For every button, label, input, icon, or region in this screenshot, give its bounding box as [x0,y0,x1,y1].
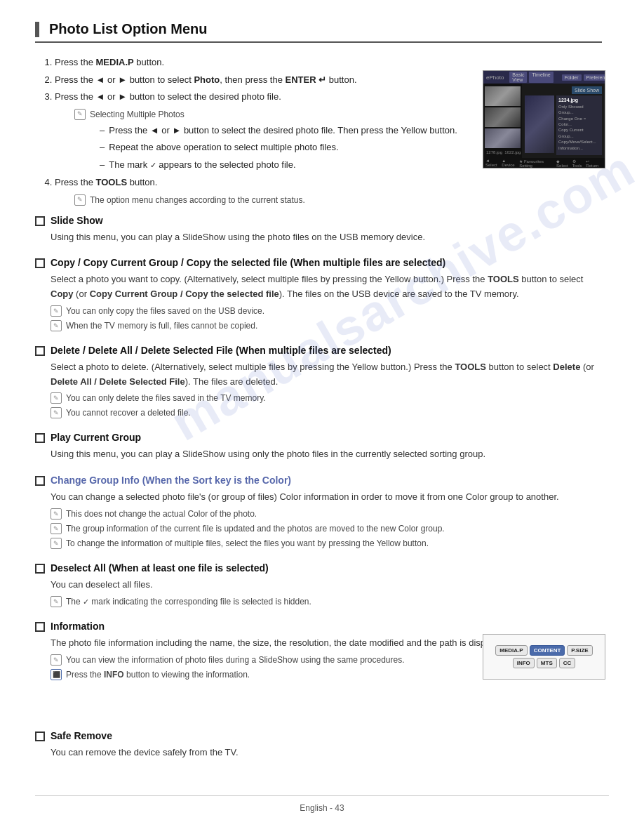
change-note-icon-3: ✎ [51,538,62,549]
copy-note-icon-2: ✎ [51,320,62,331]
delete-text: Select a photo to delete. (Alternatively… [51,360,602,390]
title-bar-decoration [35,22,39,37]
section-copy: Copy / Copy Current Group / Copy the sel… [35,257,602,332]
checkbox-icon-change [35,476,45,486]
change-note-icon-1: ✎ [51,508,62,519]
section-info-header: Information [35,621,602,632]
section-safe-title: Safe Remove [51,730,112,741]
delete-note-text-2: You cannot recover a deleted file. [66,406,191,419]
section-deselect-header: Deselect All (When at least one file is … [35,562,602,574]
step4-note-item: ✎ The option menu changes according to t… [74,194,602,206]
checkbox-icon-deselect [35,564,45,574]
section-play-body: Using this menu, you can play a SlideSho… [51,447,602,462]
info-note-text-1: You can view the information of photo fi… [66,654,405,666]
selecting-multiple-label: Selecting Multiple Photos [90,108,185,121]
note-icon: ✎ [74,109,86,120]
copy-note-text-1: You can only copy the files saved on the… [66,305,264,317]
delete-note-2: ✎ You cannot recover a deleted file. [51,406,602,419]
step1-bold: MEDIA.P [96,57,134,67]
section-copy-header: Copy / Copy Current Group / Copy the sel… [35,257,602,268]
step4-bold: TOOLS [96,177,128,187]
info-note-icon-2: ⬛ [51,669,62,680]
section-copy-title: Copy / Copy Current Group / Copy the sel… [51,257,445,268]
copy-text: Select a photo you want to copy. (Altern… [51,272,602,302]
delete-note-icon-1: ✎ [51,392,62,404]
section-slide-show-body: Using this menu, you can play a SlideSho… [51,230,602,245]
section-safe-remove: Safe Remove You can remove the device sa… [35,730,602,760]
checkbox-icon-delete [35,346,45,356]
section-slide-show: Slide Show Using this menu, you can play… [35,215,602,245]
section-info-title: Information [51,621,105,632]
change-note-icon-2: ✎ [51,523,62,534]
section-change-title: Change Group Info (When the Sort key is … [51,475,291,486]
info-note-text-2: Press the INFO button to viewing the inf… [66,668,250,681]
section-play-current-group: Play Current Group Using this menu, you … [35,432,602,462]
remote-btn-info: INFO [513,658,535,668]
checkbox-icon-copy [35,258,45,268]
deselect-note-text-1: The ✓ mark indicating the corresponding … [66,595,311,608]
section-slide-show-title: Slide Show [51,215,103,226]
remote-control-image: MEDIA.P CONTENT P.SIZE INFO MTS CC [483,634,605,680]
section-slide-show-header: Slide Show [35,215,602,226]
delete-note-icon-2: ✎ [51,407,62,418]
info-note-icon-1: ✎ [51,654,62,666]
section-change-header: Change Group Info (When the Sort key is … [35,475,602,486]
section-delete-title: Delete / Delete All / Delete Selected Fi… [51,345,391,356]
footer: English - 43 [35,795,609,813]
deselect-note-1: ✎ The ✓ mark indicating the correspondin… [51,595,602,608]
slide-show-text: Using this menu, you can play a SlideSho… [51,230,602,245]
section-copy-body: Select a photo you want to copy. (Altern… [51,272,602,332]
copy-note-1: ✎ You can only copy the files saved on t… [51,305,602,317]
change-note-text-1: This does not change the actual Color of… [66,508,257,520]
checkbox-icon-safe [35,732,45,741]
copy-note-text-2: When the TV memory is full, files cannot… [66,319,257,332]
checkbox-icon-play [35,433,45,443]
step-1: Press the MEDIA.P button. [55,55,602,70]
section-play-header: Play Current Group [35,432,602,443]
delete-note-1: ✎ You can only delete the files saved in… [51,392,602,404]
remote-btn-content: CONTENT [530,645,565,656]
checkbox-icon [35,216,45,226]
section-delete-header: Delete / Delete All / Delete Selected Fi… [35,345,602,356]
copy-note-2: ✎ When the TV memory is full, files cann… [51,319,602,332]
play-text: Using this menu, you can play a SlideSho… [51,447,602,462]
footer-text: English - 43 [300,803,344,813]
step2-bold: Photo [194,74,220,85]
change-note-2: ✎ The group information of the current f… [51,522,602,535]
checkbox-icon-info [35,622,45,632]
step4-note-text: The option menu changes according to the… [90,194,305,206]
step2-bold2: ENTER ↵ [286,74,327,85]
section-delete: Delete / Delete All / Delete Selected Fi… [35,345,602,420]
page-title: Photo List Option Menu [35,21,602,43]
safe-text: You can remove the device safely from th… [51,746,602,760]
deselect-text: You can deselect all files. [51,578,602,593]
section-deselect-title: Deselect All (When at least one file is … [51,562,269,574]
section-deselect-all: Deselect All (When at least one file is … [35,562,602,608]
remote-btn-mts: MTS [537,658,557,668]
step-4: Press the TOOLS button. ✎ The option men… [55,176,602,206]
section-safe-body: You can remove the device safely from th… [51,746,602,760]
change-note-text-2: The group information of the current fil… [66,522,445,535]
change-note-text-3: To change the information of multiple fi… [66,537,429,550]
step4-note-icon: ✎ [74,194,86,206]
screenshot-image: ePhoto Basic View Timeline Folder Prefer… [483,70,605,168]
section-play-title: Play Current Group [51,432,141,443]
section-change-group: Change Group Info (When the Sort key is … [35,475,602,550]
change-note-1: ✎ This does not change the actual Color … [51,508,602,520]
section-delete-body: Select a photo to delete. (Alternatively… [51,360,602,420]
delete-note-text-1: You can only delete the files saved in t… [66,392,266,404]
section-safe-header: Safe Remove [35,730,602,741]
step4-note-block: ✎ The option menu changes according to t… [74,194,602,206]
remote-btn-mediap: MEDIA.P [495,645,527,656]
copy-note-icon-1: ✎ [51,305,62,317]
section-change-body: You can change a selected photo file's (… [51,490,602,550]
remote-btn-psize: P.SIZE [567,645,592,656]
remote-btn-cc: CC [559,658,576,668]
change-note-3: ✎ To change the information of multiple … [51,537,602,550]
change-text: You can change a selected photo file's (… [51,490,602,505]
deselect-note-icon-1: ✎ [51,596,62,607]
section-deselect-body: You can deselect all files. ✎ The ✓ mark… [51,578,602,608]
